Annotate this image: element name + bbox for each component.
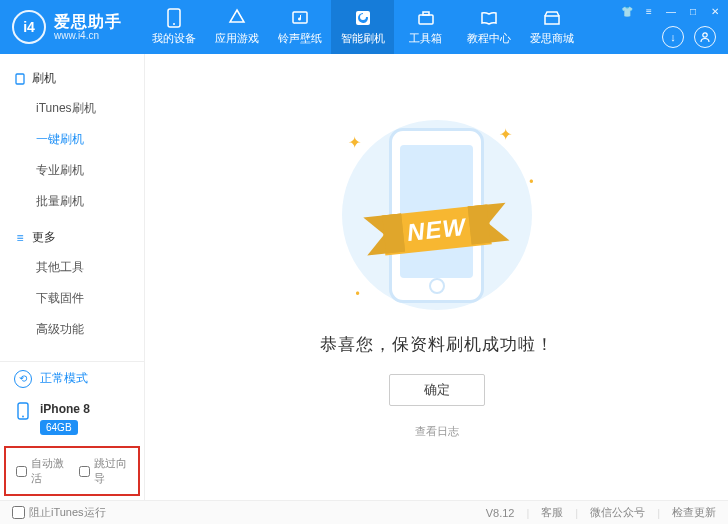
svg-rect-4 [419, 15, 433, 24]
flash-icon [352, 8, 374, 28]
view-log-link[interactable]: 查看日志 [415, 424, 459, 439]
nav-ringtone[interactable]: 铃声壁纸 [268, 0, 331, 54]
sparkle-icon: ✦ [499, 125, 512, 144]
wechat-link[interactable]: 微信公众号 [590, 505, 645, 520]
device-small-icon [14, 73, 26, 85]
maximize-icon[interactable]: □ [686, 4, 700, 18]
sidebar-item-batch[interactable]: 批量刷机 [0, 186, 144, 217]
user-icon[interactable] [694, 26, 716, 48]
sidebar-group-more[interactable]: ≡更多 [0, 223, 144, 252]
svg-rect-5 [423, 12, 429, 15]
store-icon [541, 8, 563, 28]
phone-icon [163, 8, 185, 28]
sidebar-group-flash[interactable]: 刷机 [0, 64, 144, 93]
sidebar-item-pro[interactable]: 专业刷机 [0, 155, 144, 186]
nav-tools[interactable]: 工具箱 [394, 0, 457, 54]
download-icon[interactable]: ↓ [662, 26, 684, 48]
music-icon [289, 8, 311, 28]
ok-button[interactable]: 确定 [389, 374, 485, 406]
update-link[interactable]: 检查更新 [672, 505, 716, 520]
close-icon[interactable]: ✕ [708, 4, 722, 18]
nav-apps[interactable]: 应用游戏 [205, 0, 268, 54]
mode-box[interactable]: ⟲正常模式 [0, 362, 144, 396]
toolbox-icon [415, 8, 437, 28]
auto-activate-checkbox[interactable]: 自动激活 [16, 456, 65, 486]
svg-point-10 [22, 415, 24, 417]
book-icon [478, 8, 500, 28]
nav-store[interactable]: 爱思商城 [520, 0, 583, 54]
sidebar: 刷机 iTunes刷机 一键刷机 专业刷机 批量刷机 ≡更多 其他工具 下载固件… [0, 54, 145, 500]
options-row: 自动激活 跳过向导 [4, 446, 140, 496]
nav-device[interactable]: 我的设备 [142, 0, 205, 54]
top-nav: 我的设备 应用游戏 铃声壁纸 智能刷机 工具箱 教程中心 爱思商城 [142, 0, 583, 54]
nav-tutorial[interactable]: 教程中心 [457, 0, 520, 54]
sidebar-item-oneclick[interactable]: 一键刷机 [0, 124, 144, 155]
sidebar-item-itunes[interactable]: iTunes刷机 [0, 93, 144, 124]
sidebar-item-firmware[interactable]: 下载固件 [0, 283, 144, 314]
sparkle-icon: ✦ [348, 133, 361, 152]
status-bar: 阻止iTunes运行 V8.12| 客服| 微信公众号| 检查更新 [0, 500, 728, 524]
brand: i4 爱思助手 www.i4.cn [12, 10, 142, 44]
svg-rect-8 [16, 74, 24, 84]
svg-rect-6 [545, 16, 559, 24]
phone-small-icon [14, 402, 32, 420]
list-small-icon: ≡ [14, 232, 26, 244]
success-message: 恭喜您，保资料刷机成功啦！ [320, 333, 554, 356]
brand-logo-icon: i4 [12, 10, 46, 44]
sparkle-icon: • [356, 287, 360, 301]
support-link[interactable]: 客服 [541, 505, 563, 520]
nav-flash[interactable]: 智能刷机 [331, 0, 394, 54]
block-itunes-checkbox[interactable]: 阻止iTunes运行 [12, 505, 106, 520]
device-box[interactable]: iPhone 8 64GB [0, 396, 144, 446]
sidebar-item-other[interactable]: 其他工具 [0, 252, 144, 283]
titlebar: i4 爱思助手 www.i4.cn 我的设备 应用游戏 铃声壁纸 智能刷机 工具… [0, 0, 728, 54]
main-pane: ✦ ✦ • • NEW 恭喜您，保资料刷机成功啦！ 确定 查看日志 [145, 54, 728, 500]
device-capacity: 64GB [40, 420, 78, 435]
brand-title: 爱思助手 [54, 13, 122, 31]
menu-icon[interactable]: ≡ [642, 4, 656, 18]
window-controls: 👕 ≡ — □ ✕ [620, 4, 722, 18]
brand-url: www.i4.cn [54, 30, 122, 41]
svg-point-7 [703, 33, 707, 37]
sidebar-item-advanced[interactable]: 高级功能 [0, 314, 144, 345]
skip-setup-checkbox[interactable]: 跳过向导 [79, 456, 128, 486]
version-label: V8.12 [486, 507, 515, 519]
user-controls: ↓ [662, 26, 716, 48]
device-name: iPhone 8 [40, 402, 90, 418]
sparkle-icon: • [529, 175, 533, 189]
svg-point-1 [173, 23, 175, 25]
refresh-icon: ⟲ [14, 370, 32, 388]
success-illustration: ✦ ✦ • • NEW [322, 115, 552, 315]
apps-icon [226, 8, 248, 28]
minimize-icon[interactable]: — [664, 4, 678, 18]
tshirt-icon[interactable]: 👕 [620, 4, 634, 18]
